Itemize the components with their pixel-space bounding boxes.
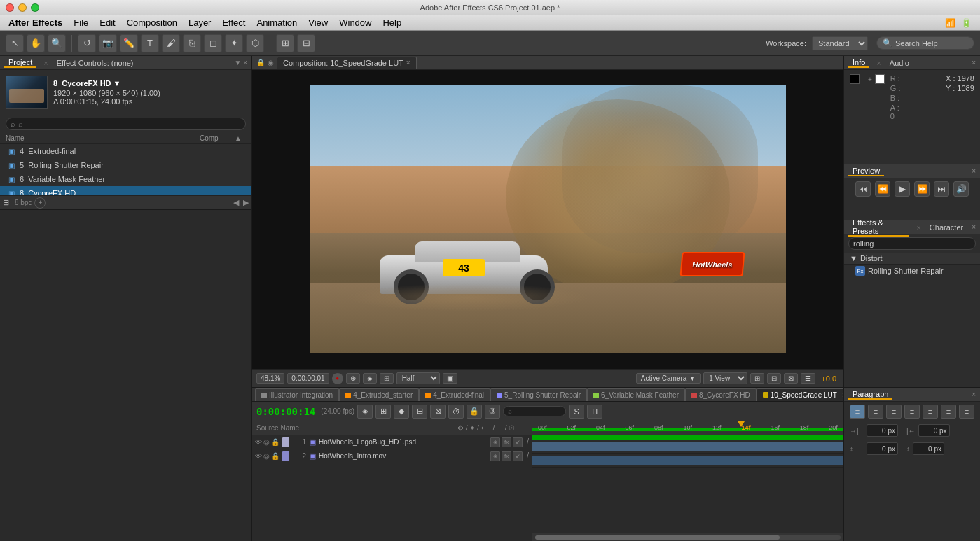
preview-play-btn[interactable]: ▶ (895, 181, 910, 197)
menu-window[interactable]: Window (333, 17, 377, 28)
3d-track-btn[interactable]: ⊕ (346, 373, 360, 384)
clone-tool[interactable]: ⎘ (183, 34, 201, 52)
zoom-display[interactable]: 48.1% (256, 373, 284, 384)
tl-btn-solo[interactable]: S (569, 405, 584, 419)
project-search-input[interactable] (18, 120, 241, 128)
comp-tab-illustrator[interactable]: Illustrator Integration (255, 388, 339, 401)
space-after-input[interactable] (913, 442, 944, 455)
viewer-btn-1[interactable]: ⊞ (750, 373, 764, 384)
tl-btn-motion[interactable]: ⊠ (430, 405, 446, 419)
preview-audio-btn[interactable]: 🔊 (953, 181, 969, 197)
arrow-btn-1[interactable]: ↙ (513, 437, 523, 447)
effect-btn-1[interactable]: fx (502, 437, 511, 447)
project-search-box[interactable]: ⌕ (6, 118, 246, 130)
layer-eye-icon-2[interactable]: 👁 (255, 452, 262, 460)
timecode-display[interactable]: 0:00:00:01 (287, 373, 329, 384)
record-btn[interactable]: ● (332, 373, 343, 384)
indent-left-input[interactable] (867, 424, 898, 437)
comp-tab-extruded-starter[interactable]: 4_Extruded_starter (339, 388, 419, 401)
brush-tool[interactable]: 🖌 (162, 34, 180, 52)
indent-right-input[interactable] (918, 424, 950, 437)
preview-tab[interactable]: Preview (848, 167, 884, 176)
shape-tool[interactable]: ⬡ (246, 34, 264, 52)
rotation-tool[interactable]: ↺ (78, 34, 96, 52)
layer-lock-icon[interactable]: 🔒 (271, 438, 279, 446)
preview-first-btn[interactable]: ⏮ (855, 181, 871, 197)
comp-tab-variable-mask[interactable]: 6_Variable Mask Feather (587, 388, 685, 401)
new-comp-btn[interactable]: + (34, 197, 46, 209)
mask-btn[interactable]: ◈ (363, 373, 377, 384)
audio-tab[interactable]: Audio (885, 59, 913, 67)
align-justify4-btn[interactable]: ≡ (959, 405, 974, 419)
menu-help[interactable]: Help (377, 17, 407, 28)
tl-btn-3d[interactable]: ③ (485, 405, 500, 419)
preview-prev-btn[interactable]: ⏪ (875, 181, 890, 197)
align-right-btn[interactable]: ≡ (886, 405, 902, 419)
menu-view[interactable]: View (303, 17, 333, 28)
layer-row-2[interactable]: 👁 ◎ 🔒 2 ▣ HotWheels_Intro.mov ◈ fx ↙ / (252, 449, 532, 463)
effect-item-rolling-shutter[interactable]: Fx Rolling Shutter Repair (844, 265, 980, 277)
layer-solo-icon[interactable]: ◎ (263, 438, 270, 446)
effects-search-input[interactable] (848, 237, 976, 250)
minimize-button[interactable] (18, 3, 27, 12)
menu-file[interactable]: File (68, 17, 94, 28)
project-tab[interactable]: Project (4, 58, 36, 68)
menu-animation[interactable]: Animation (251, 17, 303, 28)
window-controls[interactable] (6, 3, 39, 12)
timeline-search-input[interactable] (503, 406, 566, 416)
comp-tab-speedgrade[interactable]: Composition: 10_SpeedGrade LUT × (277, 57, 417, 69)
align-justify1-btn[interactable]: ≡ (904, 405, 920, 419)
tl-btn-parent[interactable]: ⊞ (375, 405, 391, 419)
menu-edit[interactable]: Edit (94, 17, 120, 28)
mask-btn-1[interactable]: ◈ (490, 437, 500, 447)
view-select[interactable]: 1 View 2 Views (703, 372, 747, 384)
comp-tab-speedgrade-active[interactable]: 10_SpeedGrade LUT × (757, 388, 843, 401)
info-tab[interactable]: Info (848, 58, 869, 68)
tl-btn-comp[interactable]: ◈ (357, 405, 373, 419)
text-tool[interactable]: T (141, 34, 159, 52)
panel-arrow-right[interactable]: ▶ (243, 198, 249, 207)
maximize-button[interactable] (31, 3, 39, 12)
preview-close-btn[interactable]: × (972, 167, 976, 175)
character-tab[interactable]: Character (925, 223, 967, 232)
select-tool[interactable]: ↖ (6, 34, 24, 52)
align-center-btn[interactable]: ≡ (868, 405, 883, 419)
preview-next-btn[interactable]: ⏩ (914, 181, 930, 197)
track-row-2[interactable] (532, 454, 843, 468)
layer-solo-icon-2[interactable]: ◎ (263, 452, 270, 460)
panel-close-btn[interactable]: ▼ × (234, 59, 247, 66)
active-camera-display[interactable]: Active Camera ▼ (636, 373, 701, 384)
layer-lock-icon-2[interactable]: 🔒 (271, 452, 279, 460)
menu-composition[interactable]: Composition (121, 17, 183, 28)
tl-btn-keys[interactable]: ◆ (394, 405, 409, 419)
interpret-footage-icon[interactable]: ⊞ (3, 198, 9, 207)
menu-effect[interactable]: Effect (216, 17, 251, 28)
file-item-4extruded-final[interactable]: ▣ 4_Extruded-final (0, 144, 251, 158)
pen-tool[interactable]: ✏️ (120, 34, 138, 52)
search-help-container[interactable]: 🔍 (876, 36, 974, 50)
zoom-tool[interactable]: 🔍 (48, 34, 66, 52)
align-justify2-btn[interactable]: ≡ (923, 405, 938, 419)
panel-arrow-left[interactable]: ◀ (233, 198, 239, 207)
tl-btn-hide[interactable]: H (587, 405, 602, 419)
align-btn-2[interactable]: ⊟ (297, 34, 315, 52)
comp-tab-close[interactable]: × (406, 59, 410, 66)
comp-tab-extruded-final[interactable]: 4_Extruded-final (419, 388, 490, 401)
puppet-tool[interactable]: ✦ (225, 34, 243, 52)
arrow-btn-2[interactable]: ↙ (513, 451, 523, 461)
comp-tab-rolling-shutter[interactable]: 5_Rolling Shutter Repair (490, 388, 587, 401)
paragraph-close-btn[interactable]: × (972, 391, 976, 398)
eraser-tool[interactable]: ◻ (204, 34, 222, 52)
hand-tool[interactable]: ✋ (27, 34, 45, 52)
file-item-rolling-shutter[interactable]: ▣ 5_Rolling Shutter Repair (0, 158, 251, 172)
transparency-btn[interactable]: ▣ (443, 373, 457, 384)
space-before-input[interactable] (867, 442, 898, 455)
viewer-btn-3[interactable]: ⊠ (784, 373, 798, 384)
file-item-variable-mask[interactable]: ▣ 6_Variable Mask Feather (0, 172, 251, 186)
workspace-select[interactable]: Standard (812, 36, 868, 50)
tl-btn-time[interactable]: ⏱ (448, 405, 464, 419)
effects-close-btn[interactable]: × (972, 223, 976, 231)
viewer-btn-4[interactable]: ☰ (801, 373, 815, 384)
close-button[interactable] (6, 3, 14, 12)
tl-btn-expr[interactable]: ⊟ (412, 405, 427, 419)
